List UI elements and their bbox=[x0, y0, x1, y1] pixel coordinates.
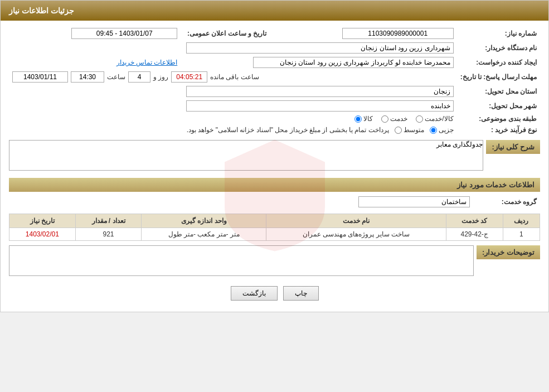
services-section-header: اطلاعات خدمات مورد نیاز bbox=[9, 178, 540, 192]
province-input bbox=[186, 86, 454, 97]
deadline-label: مهلت ارسال پاسخ: تا تاریخ: bbox=[457, 70, 540, 84]
general-desc-textarea[interactable]: جدولگذاری معابر bbox=[9, 140, 483, 171]
remaining-label: ساعت باقی مانده bbox=[210, 73, 259, 81]
col-code: کد خدمت bbox=[446, 214, 503, 228]
need-number-input bbox=[342, 28, 454, 39]
purchase-motavasset[interactable]: متوسط bbox=[395, 126, 424, 134]
cell-row: 1 bbox=[503, 228, 540, 241]
print-button[interactable]: چاپ bbox=[283, 286, 319, 301]
category-kala[interactable]: کالا bbox=[354, 115, 373, 123]
purchase-radio-jozi[interactable] bbox=[430, 127, 437, 134]
contact-link[interactable]: اطلاعات تماس خریدار bbox=[116, 59, 178, 66]
time-input bbox=[71, 71, 104, 83]
province-label: استان محل تحویل: bbox=[457, 84, 540, 99]
services-table: ردیف کد خدمت نام خدمت واحد اندازه گیری ت… bbox=[9, 214, 540, 241]
need-number-value bbox=[276, 26, 456, 41]
city-input bbox=[186, 100, 454, 112]
need-number-label: شماره نیاز: bbox=[457, 26, 540, 41]
city-label: شهر محل تحویل: bbox=[457, 99, 540, 113]
back-button[interactable]: بازگشت bbox=[231, 286, 278, 301]
buyer-notes-label: توضیحات خریدار: bbox=[477, 245, 540, 259]
purchase-note: پرداخت تمام یا بخشی از مبلغ خریداز محل "… bbox=[187, 126, 389, 134]
purchase-jozi[interactable]: جزیی bbox=[430, 126, 454, 134]
col-qty: تعداد / مقدار bbox=[75, 214, 142, 228]
date-value bbox=[9, 26, 181, 41]
category-radio-khidmat[interactable] bbox=[381, 115, 388, 123]
category-label: طبقه بندی موضوعی: bbox=[457, 113, 540, 124]
creator-input bbox=[253, 57, 454, 68]
col-name: نام خدمت bbox=[266, 214, 446, 228]
col-date: تاریخ نیاز bbox=[9, 214, 76, 228]
service-group-input bbox=[358, 196, 470, 207]
kala-label: کالا bbox=[363, 115, 373, 123]
purchase-type-row: جزیی متوسط پرداخت تمام یا بخشی از مبلغ خ… bbox=[9, 124, 457, 135]
service-group-table: گروه خدمت: bbox=[9, 195, 540, 209]
kala-khidmat-label: کالا/خدمت bbox=[425, 115, 453, 123]
button-row: چاپ بازگشت bbox=[9, 286, 540, 301]
category-kala-khidmat[interactable]: کالا/خدمت bbox=[416, 115, 453, 123]
category-radio-kala-khidmat[interactable] bbox=[416, 115, 423, 123]
general-desc-section: شرح کلی نیاز: جدولگذاری معابر bbox=[9, 140, 540, 172]
service-group-label: گروه خدمت: bbox=[473, 195, 540, 209]
general-desc-value: جدولگذاری معابر bbox=[9, 140, 483, 172]
creator-label: ایجاد کننده درخواست: bbox=[457, 55, 540, 70]
city-value bbox=[9, 99, 457, 113]
cell-name: ساخت سایر پروژه‌های مهندسی عمران bbox=[266, 228, 446, 241]
page-header: جزئیات اطلاعات نیاز bbox=[1, 1, 548, 21]
buyer-org-input bbox=[186, 42, 454, 54]
buyer-notes-value bbox=[9, 245, 474, 278]
days-input bbox=[128, 71, 150, 83]
col-row: ردیف bbox=[503, 214, 540, 228]
cell-date: 1403/02/01 bbox=[9, 228, 76, 241]
service-group-value bbox=[9, 195, 473, 209]
remaining-timer: 04:05:21 bbox=[171, 71, 207, 83]
time-label: ساعت bbox=[107, 73, 125, 81]
purchase-type-label: نوع فرآیند خرید : bbox=[457, 124, 540, 135]
buyer-org-value bbox=[9, 41, 457, 55]
contact-link-cell[interactable]: اطلاعات تماس خریدار bbox=[9, 55, 181, 70]
general-desc-label: شرح کلی نیاز: bbox=[486, 140, 540, 154]
deadline-date-input bbox=[12, 71, 68, 83]
deadline-row: ساعت باقی مانده 04:05:21 روز و ساعت bbox=[9, 70, 457, 84]
buyer-notes-section: توضیحات خریدار: bbox=[9, 245, 540, 278]
category-khidmat[interactable]: خدمت bbox=[381, 115, 407, 123]
cell-unit: متر -متر مکعب -متر طول bbox=[142, 228, 266, 241]
date-input bbox=[71, 28, 177, 39]
buyer-org-label: نام دستگاه خریدار: bbox=[457, 41, 540, 55]
category-radio-kala[interactable] bbox=[354, 115, 362, 123]
cell-qty: 921 bbox=[75, 228, 142, 241]
main-info-table: شماره نیاز: تاریخ و ساعت اعلان عمومی: نا… bbox=[9, 26, 540, 135]
table-row: 1 ج-42-429 ساخت سایر پروژه‌های مهندسی عم… bbox=[9, 228, 540, 241]
cell-code: ج-42-429 bbox=[446, 228, 503, 241]
khidmat-label: خدمت bbox=[390, 115, 407, 123]
date-label: تاریخ و ساعت اعلان عمومی: bbox=[181, 26, 270, 41]
creator-value bbox=[181, 55, 456, 70]
buyer-notes-textarea[interactable] bbox=[9, 245, 474, 276]
purchase-radio-motavasset[interactable] bbox=[395, 127, 402, 134]
province-value bbox=[9, 84, 457, 99]
category-options: کالا/خدمت خدمت کالا bbox=[9, 113, 457, 124]
days-label: روز و bbox=[153, 73, 168, 81]
col-unit: واحد اندازه گیری bbox=[142, 214, 266, 228]
page-title: جزئیات اطلاعات نیاز bbox=[9, 6, 74, 15]
